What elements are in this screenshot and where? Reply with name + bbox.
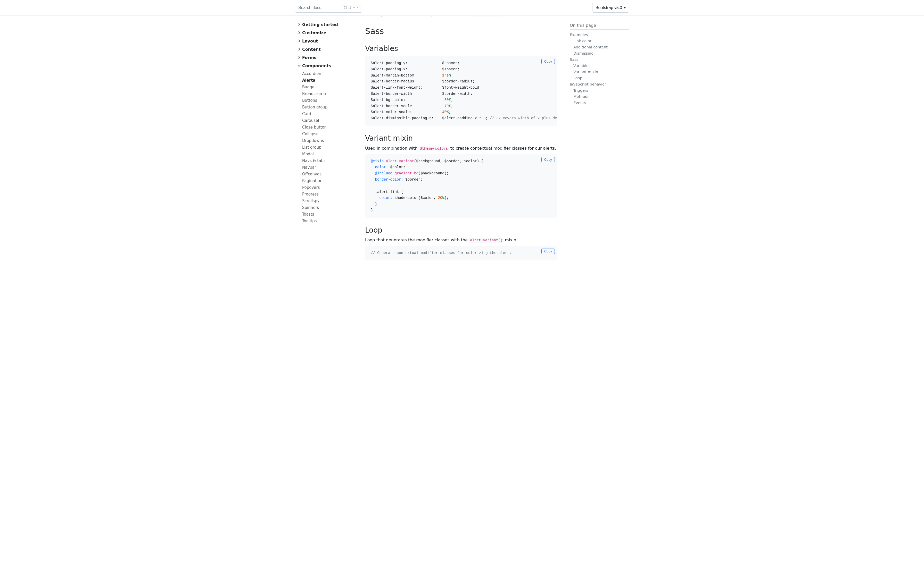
sidebar-item[interactable]: Scrollspy — [302, 198, 362, 204]
sidebar-item[interactable]: Spinners — [302, 204, 362, 211]
toc-link[interactable]: Dismissing — [570, 50, 629, 56]
sidebar-category[interactable]: Customize — [295, 29, 362, 37]
heading-sass: Sass — [365, 26, 557, 36]
chevron-right-icon — [297, 30, 302, 35]
loop-lead: Loop that generates the modifier classes… — [365, 237, 557, 242]
code-block-variables: Copy $alert-padding-y: $spacer; $alert-p… — [365, 56, 557, 126]
search-shortcut-hint: Ctrl + / — [342, 5, 360, 10]
toc-link[interactable]: Sass — [570, 56, 629, 63]
version-label: Bootstrap v5.0 — [596, 5, 622, 10]
chevron-right-icon — [297, 22, 302, 27]
sidebar-item[interactable]: Toasts — [302, 211, 362, 218]
copy-button[interactable]: Copy — [541, 59, 555, 64]
sidebar-category[interactable]: Components — [295, 61, 362, 70]
sidebar-category[interactable]: Forms — [295, 53, 362, 61]
toc-link[interactable]: Link color — [570, 38, 629, 44]
sidebar-item[interactable]: Close button — [302, 124, 362, 131]
toc-link[interactable]: Variant mixin — [570, 69, 629, 75]
chevron-right-icon — [297, 39, 302, 44]
chevron-down-icon — [297, 63, 302, 68]
sidebar-category[interactable]: Content — [295, 45, 362, 53]
toc-link[interactable]: JavaScript behavior — [570, 81, 629, 87]
sidebar-item[interactable]: Modal — [302, 151, 362, 157]
sidebar-item[interactable]: Card — [302, 111, 362, 117]
code[interactable]: @mixin alert-variant($background, $borde… — [371, 158, 552, 214]
sidebar-category-label: Customize — [302, 31, 326, 35]
sidebar-item[interactable]: Collapse — [302, 131, 362, 137]
sidebar-item[interactable]: Badge — [302, 84, 362, 90]
sidebar-item[interactable]: Progress — [302, 191, 362, 198]
sidebar-item[interactable]: Buttons — [302, 97, 362, 104]
heading-variables: Variables — [365, 44, 557, 53]
sidebar-category-label: Forms — [302, 55, 316, 60]
sidebar-item[interactable]: Pagination — [302, 177, 362, 184]
text: Used in combination with — [365, 146, 419, 151]
heading-loop: Loop — [365, 226, 557, 235]
toc-link[interactable]: Loop — [570, 75, 629, 81]
toc-link[interactable]: Triggers — [570, 87, 629, 93]
chevron-right-icon — [297, 47, 302, 52]
sidebar-subnav: AccordionAlertsBadgeBreadcrumbButtonsBut… — [295, 70, 362, 224]
chevron-down-icon — [624, 7, 626, 8]
sidebar-item[interactable]: List group — [302, 144, 362, 151]
variant-lead: Used in combination with $theme-colors t… — [365, 146, 557, 151]
sidebar-category[interactable]: Layout — [295, 37, 362, 45]
sidebar-item[interactable]: Popovers — [302, 184, 362, 191]
sidebar-category-label: Layout — [302, 39, 318, 44]
chevron-right-icon — [297, 55, 302, 60]
copy-button[interactable]: Copy — [541, 157, 555, 162]
sidebar-item[interactable]: Accordion — [302, 70, 362, 77]
toc-title: On this page — [570, 23, 629, 30]
code[interactable]: // Generate contextual modifier classes … — [371, 250, 552, 256]
heading-variant-mixin: Variant mixin — [365, 134, 557, 143]
toc-link[interactable]: Additional content — [570, 44, 629, 50]
sidebar-item[interactable]: Breadcrumb — [302, 90, 362, 97]
sidebar-category-label: Getting started — [302, 22, 338, 27]
page-grid: Getting startedCustomizeLayoutContentFor… — [292, 0, 632, 577]
sidebar-item[interactable]: Carousel — [302, 117, 362, 124]
sidebar-category-label: Components — [302, 63, 331, 68]
sidebar-item[interactable]: Tooltips — [302, 218, 362, 224]
main-content: normally does not receive focus, make su… — [362, 16, 570, 577]
text: Loop that generates the modifier classes… — [365, 237, 469, 242]
version-dropdown-button[interactable]: Bootstrap v5.0 — [592, 3, 629, 13]
code: alert-variant() — [469, 238, 504, 243]
copy-button[interactable]: Copy — [541, 248, 555, 254]
sidebar-item[interactable]: Button group — [302, 104, 362, 111]
toc-link[interactable]: Events — [570, 100, 629, 106]
sidebar-item[interactable]: Navs & tabs — [302, 157, 362, 164]
sidebar-category[interactable]: Getting started — [295, 20, 362, 29]
sidebar-item[interactable]: Alerts — [302, 77, 362, 84]
header-inner: Ctrl + / Bootstrap v5.0 — [292, 3, 632, 13]
code-block-loop: Copy // Generate contextual modifier cla… — [365, 246, 557, 260]
sidebar-item[interactable]: Offcanvas — [302, 171, 362, 177]
code: $theme-colors — [419, 146, 449, 151]
text: mixin. — [504, 237, 517, 242]
code-block-variant: Copy @mixin alert-variant($background, $… — [365, 154, 557, 218]
text: to create contextual modifier classes fo… — [449, 146, 556, 151]
toc-link[interactable]: Methods — [570, 93, 629, 100]
code[interactable]: $alert-padding-y: $spacer; $alert-paddin… — [371, 60, 552, 122]
sidebar-item[interactable]: Navbar — [302, 164, 362, 171]
toc-list: ExamplesLink colorAdditional contentDism… — [570, 32, 629, 106]
search-wrap: Ctrl + / — [295, 3, 362, 13]
toc: On this page ExamplesLink colorAdditiona… — [570, 16, 629, 106]
toc-link[interactable]: Variables — [570, 63, 629, 69]
toc-link[interactable]: Examples — [570, 32, 629, 38]
sidebar-item[interactable]: Dropdowns — [302, 137, 362, 144]
sidebar-category-label: Content — [302, 47, 321, 52]
header-bar: Ctrl + / Bootstrap v5.0 — [0, 0, 924, 16]
sidebar[interactable]: Getting startedCustomizeLayoutContentFor… — [295, 16, 362, 577]
